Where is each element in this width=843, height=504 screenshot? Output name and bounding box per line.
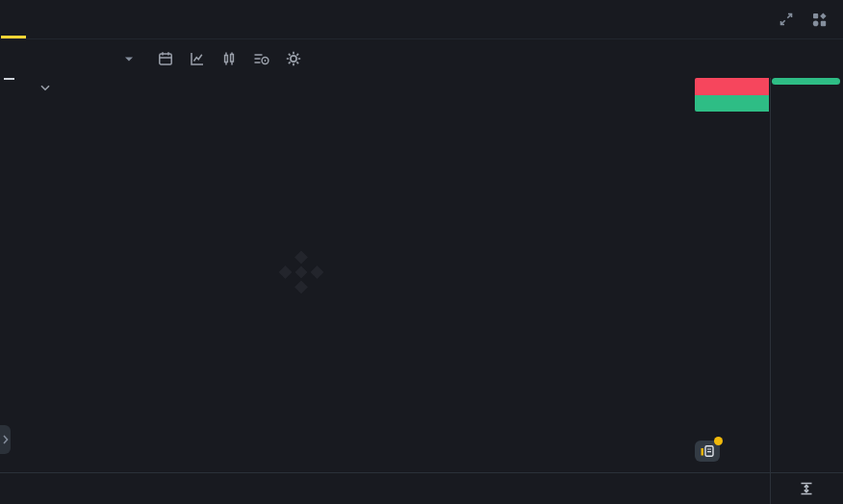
news-icon: [700, 444, 715, 458]
calendar-icon[interactable]: [157, 50, 174, 67]
panel-expand-chevron-right-icon[interactable]: [0, 425, 11, 454]
bid-badge: [695, 95, 769, 113]
ask-badge: [695, 78, 769, 95]
nav-tabs: [13, 0, 94, 38]
axis-scale-icon[interactable]: [798, 481, 815, 496]
nav-right-icons: [779, 12, 828, 28]
news-feed-button[interactable]: [695, 441, 720, 462]
indicators-icon[interactable]: [220, 50, 238, 67]
price-axis[interactable]: [770, 78, 843, 472]
top-nav: [0, 0, 843, 39]
notification-dot: [714, 437, 723, 445]
gear-icon[interactable]: [285, 50, 302, 67]
layout-grid-icon[interactable]: [811, 12, 828, 28]
legend-collapse-chevron-down-icon[interactable]: [40, 85, 50, 91]
time-axis-corner: [770, 473, 843, 504]
chart-canvas[interactable]: [0, 78, 770, 472]
session-low-marker: [0, 78, 13, 80]
chart-area: [0, 78, 843, 472]
chart-style-icon[interactable]: [189, 50, 206, 67]
interval-selector: [13, 56, 134, 63]
chart-tools: [157, 50, 302, 67]
binance-chart-page: [0, 0, 843, 504]
ohlc-legend: [40, 85, 164, 91]
indicator-settings-icon[interactable]: [252, 50, 270, 67]
marker-dash: [4, 78, 13, 80]
ask-bid-badges: [695, 78, 769, 112]
expand-icon[interactable]: [779, 12, 794, 27]
chart-toolbar: [0, 39, 843, 78]
time-axis[interactable]: [0, 472, 843, 504]
more-intervals-chevron-down-icon[interactable]: [124, 56, 134, 63]
